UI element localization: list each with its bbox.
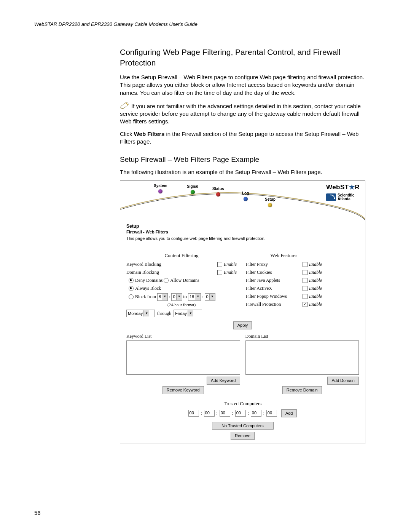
page: WebSTAR DPR2320 and EPR2320 Gateway Cabl… xyxy=(0,0,411,532)
chevron-down-icon: ▼ xyxy=(143,310,149,316)
keyword-list-header: Keyword List xyxy=(126,333,240,339)
add-trusted-button[interactable]: Add xyxy=(281,409,297,417)
page-number: 56 xyxy=(34,509,41,517)
firewall-protection-label: Firewall Protection xyxy=(246,301,303,307)
filter-cookies-checkbox[interactable] xyxy=(303,270,307,275)
domain-listbox[interactable] xyxy=(245,340,359,375)
deny-domains-radio[interactable] xyxy=(129,278,134,283)
remove-trusted-button[interactable]: Remove xyxy=(231,432,255,440)
from-day-select[interactable]: Monday▼ xyxy=(126,310,155,317)
domain-blocking-label: Domain Blocking xyxy=(126,269,217,275)
keyword-list-block: Keyword List Add Keyword Remove Keyword xyxy=(126,333,240,394)
nav-log[interactable]: Log xyxy=(242,191,249,201)
filter-java-checkbox[interactable] xyxy=(303,278,307,283)
filter-activex-checkbox[interactable] xyxy=(303,286,307,291)
always-block-radio[interactable] xyxy=(129,286,134,291)
filter-proxy-label: Filter Proxy xyxy=(246,261,303,267)
note-paragraph: If you are not familiar with the advance… xyxy=(120,101,365,126)
to-min-select[interactable]: 0▼ xyxy=(205,293,215,301)
intro-paragraph: Use the Setup Firewall – Web Filters pag… xyxy=(120,73,365,97)
keyword-blocking-checkbox[interactable] xyxy=(217,262,222,267)
section-title: Configuring Web Page Filtering, Parental… xyxy=(120,47,365,69)
to-hour-select[interactable]: 18▼ xyxy=(188,293,201,301)
remove-keyword-button[interactable]: Remove Keyword xyxy=(162,386,204,394)
content-filtering-header: Content Filtering xyxy=(126,252,237,259)
sa-logo-icon xyxy=(326,193,336,201)
nav-status[interactable]: Status xyxy=(212,186,224,197)
nav-system[interactable]: System xyxy=(154,183,167,193)
content-filtering-column: Content Filtering Keyword Blocking Enabl… xyxy=(126,252,237,318)
filter-java-label: Filter Java Applets xyxy=(246,277,303,283)
domain-list-block: Domain List Add Domain Remove Domain xyxy=(245,333,359,394)
setup-subheading: Firewall - Web Filters xyxy=(126,229,359,235)
keyword-blocking-label: Keyword Blocking xyxy=(126,261,217,267)
mac-octet-5[interactable]: 00 xyxy=(251,410,261,417)
running-header: WebSTAR DPR2320 and EPR2320 Gateway Cabl… xyxy=(34,21,377,28)
trusted-list[interactable]: No Trusted Computers xyxy=(212,422,274,430)
domain-blocking-checkbox[interactable] xyxy=(217,270,222,275)
screenshot: System Signal Status Log Setup WebST★R xyxy=(120,181,365,444)
domain-list-header: Domain List xyxy=(245,333,359,339)
mac-octet-4[interactable]: 00 xyxy=(235,410,246,417)
brand-logo: WebST★R ScientificAtlanta xyxy=(326,183,360,201)
filter-activex-label: Filter ActiveX xyxy=(246,285,303,291)
star-icon: ★ xyxy=(349,184,355,191)
setup-description: This page allows you to configure web pa… xyxy=(126,236,359,241)
keyword-listbox[interactable] xyxy=(126,340,240,375)
from-hour-select[interactable]: 8▼ xyxy=(157,293,168,301)
mac-octet-2[interactable]: 00 xyxy=(204,410,215,417)
block-from-radio[interactable] xyxy=(129,294,134,299)
note-text: If you are not familiar with the advance… xyxy=(120,103,361,125)
trusted-header: Trusted Computers xyxy=(126,400,359,407)
nav-arc: System Signal Status Log Setup WebST★R xyxy=(120,181,365,221)
example-subtitle: Setup Firewall – Web Filters Page Exampl… xyxy=(120,155,365,165)
filter-popup-label: Filter Popup Windows xyxy=(246,293,303,299)
mac-octet-3[interactable]: 00 xyxy=(220,410,230,417)
note-icon xyxy=(120,101,130,110)
add-keyword-button[interactable]: Add Keyword xyxy=(207,377,240,385)
from-min-select[interactable]: 0▼ xyxy=(171,293,182,301)
web-features-column: Web Features Filter ProxyEnable Filter C… xyxy=(246,252,322,318)
chevron-down-icon: ▼ xyxy=(195,294,201,300)
chevron-down-icon: ▼ xyxy=(162,294,167,300)
mac-octet-6[interactable]: 00 xyxy=(266,410,277,417)
remove-domain-button[interactable]: Remove Domain xyxy=(282,386,322,394)
nav-setup[interactable]: Setup xyxy=(265,197,276,207)
filter-popup-checkbox[interactable] xyxy=(303,294,307,299)
apply-button[interactable]: Apply xyxy=(233,321,252,329)
example-caption: The following illustration is an example… xyxy=(120,168,365,176)
time-format-note: (24-hour format) xyxy=(126,302,237,308)
firewall-protection-checkbox[interactable] xyxy=(303,302,307,307)
chevron-down-icon: ▼ xyxy=(176,294,182,300)
setup-heading-block: Setup Firewall - Web Filters This page a… xyxy=(120,223,365,241)
chevron-down-icon: ▼ xyxy=(188,310,193,316)
nav-signal[interactable]: Signal xyxy=(187,184,198,194)
setup-heading: Setup xyxy=(126,223,359,229)
body-column: Configuring Web Page Filtering, Parental… xyxy=(120,47,365,444)
filter-cookies-label: Filter Cookies xyxy=(246,269,303,275)
filter-proxy-checkbox[interactable] xyxy=(303,262,307,267)
allow-domains-radio[interactable] xyxy=(164,278,169,283)
add-domain-button[interactable]: Add Domain xyxy=(327,377,359,385)
to-day-select[interactable]: Friday▼ xyxy=(174,310,202,317)
trusted-computers-block: Trusted Computers 00: 00: 00: 00: 00: 00… xyxy=(120,400,365,440)
click-instruction: Click Web Filters in the Firewall sectio… xyxy=(120,130,365,146)
mac-octet-1[interactable]: 00 xyxy=(188,410,199,417)
chevron-down-icon: ▼ xyxy=(209,294,215,300)
web-features-header: Web Features xyxy=(246,252,322,259)
